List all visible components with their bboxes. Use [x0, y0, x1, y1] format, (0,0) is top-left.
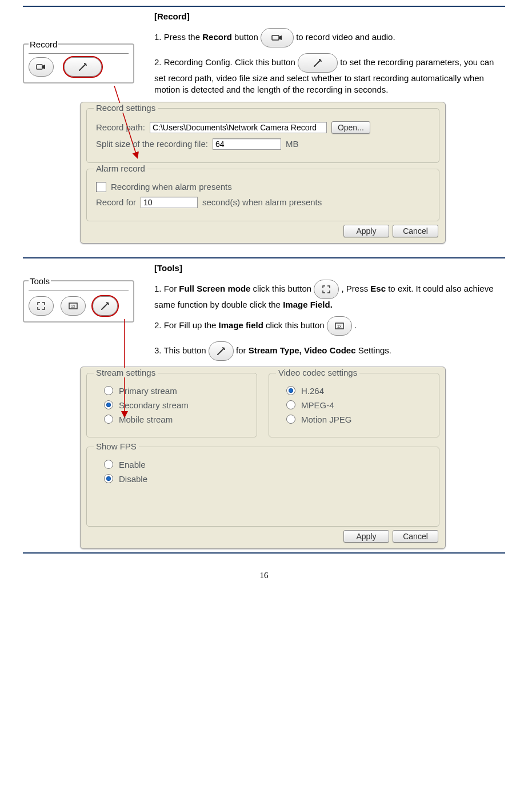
legend: Show FPS	[94, 441, 139, 451]
radio-icon	[286, 415, 295, 424]
stream-settings-fieldset: Stream settings Primary stream Secondary…	[86, 373, 257, 437]
text-bold: Stream Type, Video Codec	[249, 345, 356, 355]
svg-point-10	[107, 302, 109, 303]
text-bold: Image Field.	[283, 300, 333, 309]
radio-icon	[286, 386, 295, 395]
svg-text:1x: 1x	[71, 304, 75, 308]
seconds-tail-label: second(s) when alarm presents	[202, 197, 322, 207]
tools-step3: 3. This button for Stream Type, Video Co…	[154, 341, 505, 361]
legend: Alarm record	[94, 164, 147, 173]
record-panel-label: Record	[29, 39, 58, 49]
alarm-check-label: Recording when alarm presents	[111, 182, 232, 192]
tools-step1: 1. For Full Screen mode click this butto…	[154, 280, 505, 311]
record-button-icon	[261, 28, 294, 47]
text: for	[236, 345, 249, 355]
text: 1. Press the	[154, 32, 202, 42]
text-bold: Record	[202, 32, 232, 42]
alarm-record-fieldset: Alarm record Recording when alarm presen…	[86, 169, 439, 221]
svg-point-3	[85, 63, 86, 65]
mb-label: MB	[286, 139, 299, 149]
radio-icon	[104, 415, 113, 424]
record-section: [Record] 1. Press the Record button to r…	[23, 11, 505, 244]
record-panel: Record	[23, 43, 134, 83]
radio-icon	[104, 386, 113, 395]
text-bold: Full Screen mode	[179, 283, 250, 293]
apply-button[interactable]: Apply	[343, 225, 389, 237]
tools-title: [Tools]	[154, 263, 505, 273]
record-config-button[interactable]	[64, 57, 102, 77]
stream-settings-button[interactable]	[93, 296, 118, 316]
fill-button-icon: 1x	[327, 316, 352, 336]
mobile-stream-row[interactable]: Mobile stream	[104, 415, 247, 424]
text-bold: Image field	[219, 320, 263, 330]
radio-label: Primary stream	[119, 386, 177, 396]
fullscreen-button-icon	[314, 280, 339, 299]
svg-point-7	[223, 348, 225, 349]
alarm-checkbox[interactable]	[96, 182, 106, 192]
alarm-check-row: Recording when alarm presents	[96, 182, 430, 192]
radio-icon	[104, 400, 113, 409]
cancel-button[interactable]: Cancel	[393, 530, 438, 543]
text: 3. This button	[154, 345, 209, 355]
record-button[interactable]	[29, 57, 54, 77]
text: click this button	[250, 283, 314, 293]
radio-icon	[104, 474, 113, 483]
stream-settings-button-icon	[209, 341, 234, 361]
text: .	[354, 320, 357, 330]
text: , Press	[341, 283, 370, 293]
text-bold: Esc	[370, 283, 386, 293]
tools-step2: 2. For Fill up the Image field click thi…	[154, 316, 505, 336]
show-fps-fieldset: Show FPS Enable Disable	[86, 447, 439, 527]
apply-button[interactable]: Apply	[343, 530, 389, 543]
video-codec-fieldset: Video codec settings H.264 MPEG-4 Motion…	[269, 373, 439, 437]
record-path-label: Record path:	[96, 122, 145, 132]
legend: Stream settings	[94, 368, 158, 377]
radio-label: Secondary stream	[119, 400, 189, 410]
split-size-label: Split size of the recording file:	[96, 139, 208, 149]
radio-icon	[104, 460, 113, 469]
record-settings-dialog: Record settings Record path: Open... Spl…	[80, 102, 446, 244]
record-step1: 1. Press the Record button to record vid…	[154, 28, 505, 47]
primary-stream-row[interactable]: Primary stream	[104, 386, 247, 396]
settings-button-icon	[298, 53, 338, 73]
tools-section: [Tools] 1. For Full Screen mode click th…	[23, 263, 505, 549]
disable-fps-row[interactable]: Disable	[104, 474, 430, 484]
record-for-label: Record for	[96, 197, 136, 207]
tools-panel-label: Tools	[29, 276, 51, 286]
open-button[interactable]: Open...	[331, 121, 370, 134]
radio-label: Enable	[119, 460, 146, 469]
fill-button[interactable]: 1x	[61, 296, 86, 316]
svg-point-1	[320, 59, 321, 61]
record-step2: 2. Recording Config. Click this button t…	[154, 53, 505, 96]
enable-fps-row[interactable]: Enable	[104, 460, 430, 469]
secondary-stream-row[interactable]: Secondary stream	[104, 400, 247, 410]
text: 2. For Fill up the	[154, 320, 219, 330]
record-title: [Record]	[154, 11, 505, 21]
split-size-input[interactable]	[213, 138, 281, 150]
record-path-input[interactable]	[150, 122, 327, 133]
h264-row[interactable]: H.264	[286, 386, 430, 396]
alarm-duration-row: Record for second(s) when alarm presents	[96, 197, 430, 208]
text: 2. Recording Config. Click this button	[154, 57, 298, 67]
record-path-row: Record path: Open...	[96, 121, 430, 134]
alarm-seconds-input[interactable]	[141, 197, 198, 208]
stream-settings-dialog: Stream settings Primary stream Secondary…	[80, 367, 446, 549]
fullscreen-button[interactable]	[29, 296, 54, 316]
tools-panel: Tools 1x	[23, 280, 134, 323]
text: Settings.	[356, 345, 392, 355]
svg-rect-0	[272, 35, 279, 40]
mpeg4-row[interactable]: MPEG-4	[286, 400, 430, 410]
text: 1. For	[154, 283, 179, 293]
page-number: 16	[23, 571, 505, 580]
mjpeg-row[interactable]: Motion JPEG	[286, 415, 430, 424]
radio-icon	[286, 400, 295, 409]
radio-label: Motion JPEG	[301, 415, 351, 424]
cancel-button[interactable]: Cancel	[393, 225, 438, 237]
text: to record video and audio.	[296, 32, 395, 42]
text: click this button	[263, 320, 327, 330]
legend: Video codec settings	[276, 368, 359, 377]
radio-label: Mobile stream	[119, 415, 173, 424]
radio-label: MPEG-4	[301, 400, 334, 410]
text: button	[232, 32, 261, 42]
record-settings-fieldset: Record settings Record path: Open... Spl…	[86, 108, 439, 163]
